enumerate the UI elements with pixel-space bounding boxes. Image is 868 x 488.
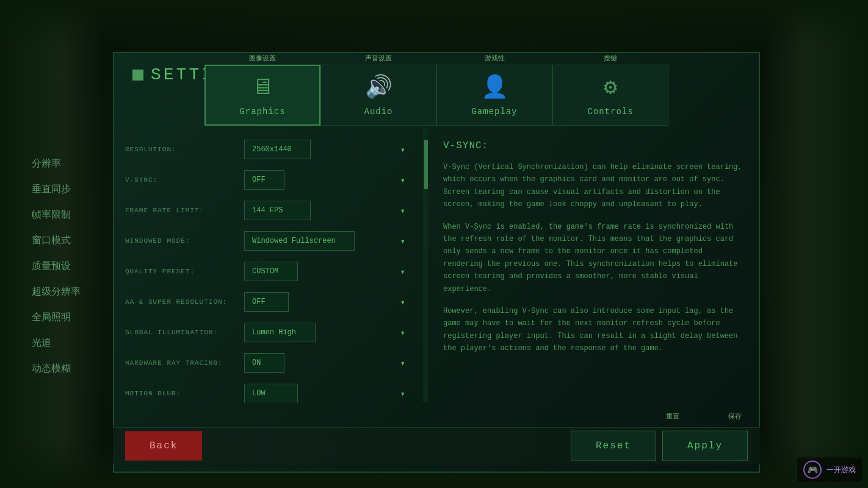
tab-col-graphics: 图像设置 🖥 Graphics bbox=[204, 52, 320, 126]
globalillum-dropdown-wrapper: Lumen High None Lumen Low bbox=[244, 323, 411, 342]
setting-label-motionblur: MOTION BLUR: bbox=[125, 390, 244, 397]
sidebar-item-motionblur[interactable]: 动态模糊 bbox=[24, 357, 88, 380]
tab-labels-row: 图像设置 🖥 Graphics 声音设置 🔊 Audio 游戏性 👤 Gamep… bbox=[113, 52, 760, 126]
setting-row-globalillum: GLOBAL ILLUMINATION: Lumen High None Lum… bbox=[125, 320, 411, 345]
setting-label-qualitypreset: QUALITY PRESET: bbox=[125, 268, 244, 275]
setting-label-globalillum: GLOBAL ILLUMINATION: bbox=[125, 329, 244, 336]
qualitypreset-dropdown-wrapper: CUSTOM Low Medium High Ultra bbox=[244, 262, 411, 281]
tab-audio[interactable]: 🔊 Audio bbox=[320, 65, 436, 126]
sidebar-item-qualitypreset[interactable]: 质量预设 bbox=[24, 255, 88, 278]
description-panel: V-SYNC: V-Sync (Vertical Synchronization… bbox=[428, 128, 760, 403]
scrollbar-thumb[interactable] bbox=[424, 140, 428, 189]
sidebar-item-framerate[interactable]: 帧率限制 bbox=[24, 204, 88, 226]
tab-label-gameplay-cn: 游戏性 bbox=[485, 52, 505, 65]
windowmode-dropdown[interactable]: Windowed Fullscreen Fullscreen Windowed bbox=[244, 231, 355, 251]
windowmode-dropdown-wrapper: Windowed Fullscreen Fullscreen Windowed bbox=[244, 231, 411, 251]
gameplay-icon: 👤 bbox=[481, 74, 508, 101]
tab-gameplay-label: Gameplay bbox=[471, 107, 517, 117]
desc-title: V-SYNC: bbox=[443, 140, 745, 151]
sidebar-item-vsync[interactable]: 垂直同步 bbox=[24, 178, 88, 201]
sidebar-item-windowmode[interactable]: 窗口模式 bbox=[24, 229, 88, 252]
tab-label-graphics-cn: 图像设置 bbox=[249, 52, 276, 65]
raytracing-dropdown[interactable]: ON OFF bbox=[244, 353, 284, 373]
setting-row-qualitypreset: QUALITY PRESET: CUSTOM Low Medium High U… bbox=[125, 259, 411, 284]
setting-label-vsync: V-SYNC: bbox=[125, 176, 244, 184]
sidebar-item-raytracing[interactable]: 光追 bbox=[24, 332, 88, 354]
watermark: 🎮 一开游戏 bbox=[797, 458, 862, 482]
superresolution-dropdown-wrapper: OFF TAA DLSS FSR bbox=[244, 292, 411, 312]
setting-label-windowmode: WINDOWED MODE: bbox=[125, 237, 244, 245]
tabs-section: 图像设置 🖥 Graphics 声音设置 🔊 Audio 游戏性 👤 Gamep… bbox=[113, 52, 760, 126]
watermark-icon: 🎮 bbox=[803, 461, 822, 479]
desc-paragraph-1: V-Sync (Vertical Synchronization) can he… bbox=[443, 161, 745, 211]
setting-row-raytracing: HARDWARE RAY TRACING: ON OFF bbox=[125, 351, 411, 375]
monitor-icon: 🖥 bbox=[251, 74, 273, 101]
setting-row-windowmode: WINDOWED MODE: Windowed Fullscreen Fulls… bbox=[125, 229, 411, 253]
motionblur-dropdown-wrapper: LOW OFF MEDIUM HIGH bbox=[244, 384, 411, 403]
resolution-dropdown-wrapper: 2560x1440 1920x1080 3840x2160 bbox=[244, 140, 411, 159]
apply-button[interactable]: Apply bbox=[662, 431, 748, 461]
scroll-divider bbox=[424, 128, 428, 403]
sidebar-item-resolution[interactable]: 分辨率 bbox=[24, 152, 88, 175]
tab-col-gameplay: 游戏性 👤 Gameplay bbox=[436, 52, 552, 126]
framerate-dropdown-wrapper: 144 FPS 30 FPS 60 FPS 120 FPS Unlimited bbox=[244, 201, 411, 220]
reset-button[interactable]: Reset bbox=[571, 431, 656, 461]
tab-label-controls-cn: 按键 bbox=[604, 52, 617, 65]
bottom-bar: Back Reset Apply bbox=[113, 427, 760, 464]
left-nav: 分辨率 垂直同步 帧率限制 窗口模式 质量预设 超级分辨率 全局照明 光追 动态… bbox=[24, 152, 88, 380]
sidebar-item-superresolution[interactable]: 超级分辨率 bbox=[24, 281, 88, 303]
audio-icon: 🔊 bbox=[365, 74, 392, 101]
setting-row-framerate: FRAME RATE LIMIT: 144 FPS 30 FPS 60 FPS … bbox=[125, 198, 411, 223]
setting-row-superresolution: AA & SUPER RESOLUTION: OFF TAA DLSS FSR bbox=[125, 290, 411, 314]
vsync-dropdown-wrapper: OFF ON bbox=[244, 170, 411, 190]
content-area: RESOLUTION: 2560x1440 1920x1080 3840x216… bbox=[113, 128, 760, 403]
tab-graphics[interactable]: 🖥 Graphics bbox=[204, 65, 320, 126]
setting-label-resolution: RESOLUTION: bbox=[125, 146, 244, 153]
resolution-dropdown[interactable]: 2560x1440 1920x1080 3840x2160 bbox=[244, 140, 311, 159]
setting-row-vsync: V-SYNC: OFF ON bbox=[125, 168, 411, 192]
watermark-text: 一开游戏 bbox=[826, 465, 856, 475]
tab-label-audio-cn: 声音设置 bbox=[365, 52, 392, 65]
setting-row-motionblur: MOTION BLUR: LOW OFF MEDIUM HIGH bbox=[125, 381, 411, 403]
settings-form: RESOLUTION: 2560x1440 1920x1080 3840x216… bbox=[113, 128, 424, 403]
desc-paragraph-3: However, enabling V-Sync can also introd… bbox=[443, 305, 745, 355]
qualitypreset-dropdown[interactable]: CUSTOM Low Medium High Ultra bbox=[244, 262, 298, 281]
tab-gameplay[interactable]: 👤 Gameplay bbox=[436, 65, 552, 126]
setting-label-raytracing: HARDWARE RAY TRACING: bbox=[125, 359, 244, 367]
setting-row-resolution: RESOLUTION: 2560x1440 1920x1080 3840x216… bbox=[125, 137, 411, 162]
raytracing-dropdown-wrapper: ON OFF bbox=[244, 353, 411, 373]
apply-label-cn: 保存 bbox=[728, 412, 742, 421]
reset-label-cn: 重置 bbox=[666, 412, 679, 421]
superresolution-dropdown[interactable]: OFF TAA DLSS FSR bbox=[244, 292, 289, 312]
desc-paragraph-2: When V-Sync is enabled, the game's frame… bbox=[443, 221, 745, 295]
setting-label-framerate: FRAME RATE LIMIT: bbox=[125, 207, 244, 214]
vine-decoration-right bbox=[764, 0, 868, 488]
tab-audio-label: Audio bbox=[364, 107, 392, 117]
vine-decoration-top bbox=[0, 0, 868, 49]
sidebar-item-globalillum[interactable]: 全局照明 bbox=[24, 306, 88, 329]
tab-graphics-label: Graphics bbox=[239, 107, 285, 117]
gear-icon: ⚙ bbox=[604, 74, 617, 101]
tab-controls[interactable]: ⚙ Controls bbox=[552, 65, 668, 126]
motionblur-dropdown[interactable]: LOW OFF MEDIUM HIGH bbox=[244, 384, 298, 403]
setting-label-superresolution: AA & SUPER RESOLUTION: bbox=[125, 298, 244, 306]
vsync-dropdown[interactable]: OFF ON bbox=[244, 170, 284, 190]
back-button[interactable]: Back bbox=[125, 431, 202, 461]
framerate-dropdown[interactable]: 144 FPS 30 FPS 60 FPS 120 FPS Unlimited bbox=[244, 201, 311, 220]
tab-controls-label: Controls bbox=[587, 107, 633, 117]
tab-col-audio: 声音设置 🔊 Audio bbox=[320, 52, 436, 126]
globalillum-dropdown[interactable]: Lumen High None Lumen Low bbox=[244, 323, 316, 342]
tab-col-controls: 按键 ⚙ Controls bbox=[552, 52, 668, 126]
